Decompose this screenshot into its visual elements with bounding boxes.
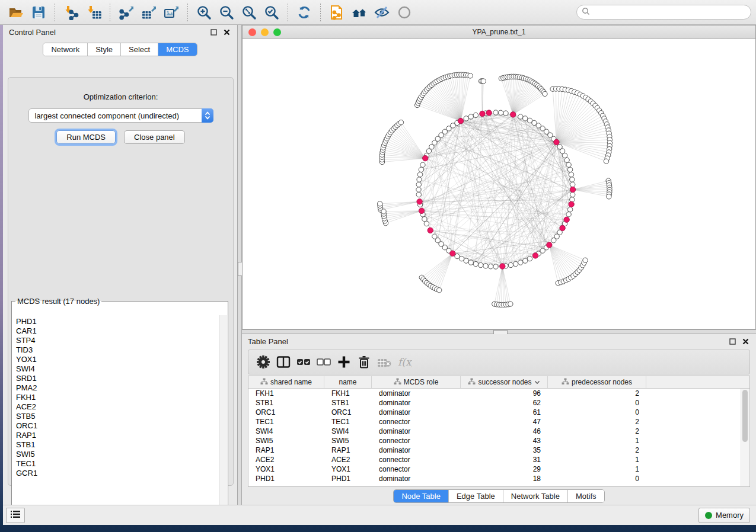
vertical-splitter[interactable] (237, 25, 242, 505)
add-icon[interactable] (335, 353, 353, 371)
table-body: FKH1FKH1dominator962STB1STB1dominator620… (248, 389, 741, 486)
minimize-window-light[interactable] (261, 28, 269, 36)
refresh-icon[interactable] (294, 2, 314, 23)
tab-edge-table[interactable]: Edge Table (449, 490, 503, 502)
mcds-result-list[interactable]: PHD1CAR1STP4TID3YOX1SWI4SRD1PMA2FKH1ACE2… (12, 315, 220, 515)
table-scrollbar[interactable] (741, 389, 749, 486)
table-row[interactable]: ACE2ACE2connector311 (248, 455, 741, 464)
result-node-item[interactable]: ORC1 (16, 421, 220, 431)
table-row[interactable]: SWI5SWI5connector431 (248, 436, 741, 446)
columns-icon[interactable] (275, 353, 292, 371)
mcds-result-box: MCDS result (17 nodes) PHD1CAR1STP4TID3Y… (11, 297, 228, 516)
result-node-item[interactable]: PMA2 (16, 383, 220, 393)
import-network-icon[interactable] (61, 2, 81, 23)
result-node-item[interactable]: PHD1 (16, 317, 220, 326)
toolbar-separator (320, 4, 321, 21)
table-row[interactable]: FKH1FKH1dominator962 (248, 389, 741, 398)
search-box (576, 5, 751, 20)
network-canvas[interactable] (243, 39, 755, 329)
import-table-icon[interactable] (84, 2, 104, 23)
scrollbar-thumb[interactable] (742, 390, 748, 442)
zoom-selected-icon[interactable] (261, 2, 282, 23)
result-node-item[interactable]: STP4 (16, 336, 220, 345)
save-session-icon[interactable] (28, 2, 49, 23)
column-header-predecessor-nodes[interactable]: predecessor nodes (548, 376, 646, 388)
result-node-item[interactable]: STB1 (16, 440, 220, 450)
search-input[interactable] (593, 8, 746, 17)
tab-node-table[interactable]: Node Table (394, 490, 449, 502)
table-row[interactable]: ORC1ORC1dominator610 (248, 408, 741, 417)
zoom-fit-icon[interactable] (239, 2, 259, 23)
tab-network-table[interactable]: Network Table (503, 490, 568, 502)
result-node-item[interactable]: ACE2 (16, 402, 220, 412)
zoom-in-icon[interactable] (194, 2, 214, 23)
table-cell: SWI4 (248, 427, 324, 436)
export-image-icon[interactable] (161, 2, 181, 23)
horizontal-splitter[interactable] (242, 329, 756, 334)
network-from-file-icon[interactable] (327, 2, 347, 23)
result-node-item[interactable]: GCR1 (16, 469, 220, 478)
main-toolbar (0, 0, 756, 25)
table-cell: STB1 (324, 398, 372, 408)
tab-select[interactable]: Select (121, 43, 158, 56)
result-node-item[interactable]: FKH1 (16, 393, 220, 402)
result-scrollbar[interactable] (219, 315, 227, 515)
status-menu-button[interactable] (6, 508, 25, 523)
gear-icon[interactable] (254, 353, 272, 371)
result-node-item[interactable]: YOX1 (16, 355, 220, 364)
table-row[interactable]: YOX1YOX1connector291 (248, 464, 741, 474)
tab-mcds[interactable]: MCDS (158, 43, 196, 56)
export-network-icon[interactable] (116, 2, 136, 23)
export-table-icon[interactable] (139, 2, 159, 23)
close-panel-button[interactable]: Close panel (124, 130, 185, 144)
formula-builder-icon[interactable]: f(x) (395, 353, 413, 371)
tab-network[interactable]: Network (43, 43, 88, 56)
toolbar-separator (187, 4, 188, 21)
table-row[interactable]: PHD1PHD1dominator180 (248, 474, 741, 483)
result-node-item[interactable]: RAP1 (16, 431, 220, 440)
result-node-item[interactable]: STB5 (16, 412, 220, 421)
close-panel-icon[interactable] (741, 336, 750, 346)
table-cell: dominator (372, 474, 461, 483)
tab-motifs[interactable]: Motifs (568, 490, 604, 502)
close-window-light[interactable] (248, 28, 256, 36)
delete-table-icon[interactable] (375, 353, 393, 371)
trash-icon[interactable] (355, 353, 373, 371)
result-node-item[interactable]: TID3 (16, 345, 220, 355)
status-bar: Memory (0, 505, 756, 525)
deselect-all-icon[interactable] (315, 353, 333, 371)
tab-style[interactable]: Style (88, 43, 121, 56)
float-panel-icon[interactable] (209, 27, 218, 37)
table-cell: 2 (548, 427, 646, 436)
column-header-successor-nodes[interactable]: successor nodes (461, 376, 548, 388)
show-graphics-details-icon[interactable] (394, 2, 414, 23)
select-all-icon[interactable] (295, 353, 312, 371)
control-panel-title: Control Panel (9, 28, 56, 37)
table-row[interactable]: SWI4SWI4dominator462 (248, 427, 741, 436)
table-cell: TEC1 (324, 417, 372, 427)
column-header-MCDS-role[interactable]: MCDS role (372, 376, 461, 388)
open-file-icon[interactable] (6, 2, 26, 23)
memory-button[interactable]: Memory (698, 508, 750, 523)
table-row[interactable]: STB1STB1dominator620 (248, 398, 741, 408)
result-node-item[interactable]: TEC1 (16, 459, 220, 469)
table-row[interactable]: TEC1TEC1connector472 (248, 417, 741, 427)
table-row[interactable]: RAP1RAP1dominator352 (248, 446, 741, 455)
zoom-out-icon[interactable] (216, 2, 237, 23)
result-node-item[interactable]: SRD1 (16, 374, 220, 383)
table-cell: dominator (372, 398, 461, 408)
run-mcds-button[interactable]: Run MCDS (56, 130, 116, 144)
memory-label: Memory (716, 511, 744, 520)
float-panel-icon[interactable] (728, 336, 737, 346)
column-header-shared-name[interactable]: shared name (248, 376, 324, 388)
result-node-item[interactable]: CAR1 (16, 326, 220, 336)
zoom-window-light[interactable] (273, 28, 281, 36)
column-header-name[interactable]: name (324, 376, 372, 388)
first-neighbors-icon[interactable] (349, 2, 369, 23)
table-cell: 2 (548, 389, 646, 398)
close-panel-icon[interactable] (222, 27, 231, 37)
result-node-item[interactable]: SWI4 (16, 364, 220, 374)
result-node-item[interactable]: SWI5 (16, 450, 220, 459)
hide-graphics-details-icon[interactable] (372, 2, 392, 23)
optimization-criterion-dropdown[interactable]: largest connected component (undirected) (28, 108, 213, 123)
